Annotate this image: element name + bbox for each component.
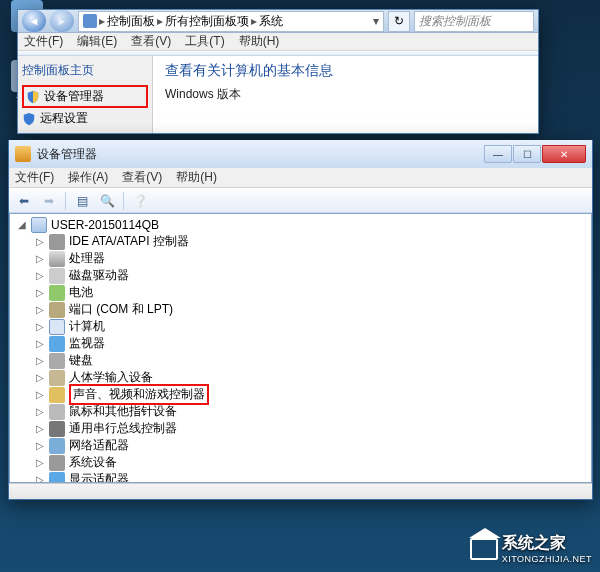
disk-icon xyxy=(49,268,65,284)
expand-icon[interactable]: ▷ xyxy=(34,474,45,483)
system-icon xyxy=(83,14,97,28)
tree-item-label: 磁盘驱动器 xyxy=(69,267,129,284)
left-panel-title: 控制面板主页 xyxy=(22,62,148,79)
ide-icon xyxy=(49,234,65,250)
titlebar[interactable]: 设备管理器 — ☐ ✕ xyxy=(9,140,592,168)
section-label: Windows 版本 xyxy=(165,86,526,103)
tree-item-label: 计算机 xyxy=(69,318,105,335)
forward-button[interactable]: ► xyxy=(50,10,74,32)
expand-icon[interactable]: ▷ xyxy=(34,287,45,298)
hid-icon xyxy=(49,370,65,386)
search-input[interactable]: 搜索控制面板 xyxy=(414,11,534,32)
tree-item-label: 通用串行总线控制器 xyxy=(69,420,177,437)
menu-view[interactable]: 查看(V) xyxy=(122,169,162,186)
menu-help[interactable]: 帮助(H) xyxy=(239,33,280,50)
expand-icon[interactable]: ▷ xyxy=(34,372,45,383)
crumb-item[interactable]: 系统 xyxy=(259,13,283,30)
expand-icon[interactable]: ▷ xyxy=(34,321,45,332)
menu-help[interactable]: 帮助(H) xyxy=(176,169,217,186)
link-remote-settings[interactable]: 远程设置 xyxy=(22,108,148,129)
tree-item-pc[interactable]: ▷计算机 xyxy=(12,318,589,335)
tree-item-label: 键盘 xyxy=(69,352,93,369)
page-heading: 查看有关计算机的基本信息 xyxy=(165,62,526,80)
devmgr-icon xyxy=(15,146,31,162)
tree-item-kb[interactable]: ▷键盘 xyxy=(12,352,589,369)
content-area: 控制面板主页 设备管理器 远程设置 查看有关计算机的基本信息 Windows 版… xyxy=(18,56,538,133)
expand-icon[interactable]: ▷ xyxy=(34,253,45,264)
back-button[interactable]: ◄ xyxy=(22,10,46,32)
tree-root-label: USER-20150114QB xyxy=(51,218,159,232)
expand-icon[interactable]: ▷ xyxy=(34,440,45,451)
crumb-item[interactable]: 所有控制面板项 xyxy=(165,13,249,30)
tree-item-bat[interactable]: ▷电池 xyxy=(12,284,589,301)
tree-item-net[interactable]: ▷网络适配器 xyxy=(12,437,589,454)
menu-action[interactable]: 操作(A) xyxy=(68,169,108,186)
bat-icon xyxy=(49,285,65,301)
crumb-item[interactable]: 控制面板 xyxy=(107,13,155,30)
expand-icon[interactable]: ▷ xyxy=(34,236,45,247)
statusbar xyxy=(9,483,592,499)
show-hidden-button[interactable]: ▤ xyxy=(71,191,93,211)
tree-item-label: 声音、视频和游戏控制器 xyxy=(69,384,209,405)
tree-item-label: 处理器 xyxy=(69,250,105,267)
tree-item-cpu[interactable]: ▷处理器 xyxy=(12,250,589,267)
minimize-button[interactable]: — xyxy=(484,145,512,163)
expand-icon[interactable]: ▷ xyxy=(34,355,45,366)
tree-item-label: 网络适配器 xyxy=(69,437,129,454)
menubar: 文件(F) 操作(A) 查看(V) 帮助(H) xyxy=(9,168,592,188)
usb-icon xyxy=(49,421,65,437)
tree-item-snd[interactable]: ▷声音、视频和游戏控制器 xyxy=(12,386,589,403)
toolbar: ⬅ ➡ ▤ 🔍 ❔ xyxy=(9,188,592,213)
control-panel-window: ◄ ► ▸ 控制面板 ▸ 所有控制面板项 ▸ 系统 ▾ ↻ 搜索控制面板 文件(… xyxy=(17,9,539,134)
expand-icon[interactable]: ▷ xyxy=(34,423,45,434)
computer-icon xyxy=(31,217,47,233)
breadcrumb[interactable]: ▸ 控制面板 ▸ 所有控制面板项 ▸ 系统 ▾ xyxy=(78,11,384,32)
port-icon xyxy=(49,302,65,318)
watermark-url: XITONGZHIJIA.NET xyxy=(502,554,592,564)
shield-icon xyxy=(22,112,36,126)
scan-button[interactable]: 🔍 xyxy=(96,191,118,211)
search-placeholder: 搜索控制面板 xyxy=(419,13,491,30)
tree-item-mon[interactable]: ▷监视器 xyxy=(12,335,589,352)
menu-tools[interactable]: 工具(T) xyxy=(185,33,224,50)
link-label: 设备管理器 xyxy=(44,88,104,105)
tree-item-port[interactable]: ▷端口 (COM 和 LPT) xyxy=(12,301,589,318)
maximize-button[interactable]: ☐ xyxy=(513,145,541,163)
expand-icon[interactable]: ▷ xyxy=(34,389,45,400)
menu-file[interactable]: 文件(F) xyxy=(15,169,54,186)
window-controls: — ☐ ✕ xyxy=(484,145,586,163)
tree-item-disk[interactable]: ▷磁盘驱动器 xyxy=(12,267,589,284)
expand-icon[interactable]: ▷ xyxy=(34,457,45,468)
menu-file[interactable]: 文件(F) xyxy=(24,33,63,50)
expand-icon[interactable]: ▷ xyxy=(34,304,45,315)
back-button[interactable]: ⬅ xyxy=(13,191,35,211)
forward-button: ➡ xyxy=(38,191,60,211)
tree-item-usb[interactable]: ▷通用串行总线控制器 xyxy=(12,420,589,437)
tree-item-ide[interactable]: ▷IDE ATA/ATAPI 控制器 xyxy=(12,233,589,250)
tree-item-disp[interactable]: ▷显示适配器 xyxy=(12,471,589,483)
expand-icon[interactable]: ▷ xyxy=(34,270,45,281)
sys-icon xyxy=(49,455,65,471)
menu-edit[interactable]: 编辑(E) xyxy=(77,33,117,50)
collapse-icon[interactable]: ◢ xyxy=(16,219,27,230)
tree-item-label: 监视器 xyxy=(69,335,105,352)
window-title: 设备管理器 xyxy=(37,146,484,163)
tree-item-sys[interactable]: ▷系统设备 xyxy=(12,454,589,471)
menubar: 文件(F) 编辑(E) 查看(V) 工具(T) 帮助(H) xyxy=(18,33,538,51)
expand-icon[interactable]: ▷ xyxy=(34,406,45,417)
tree-item-label: 电池 xyxy=(69,284,93,301)
help-button[interactable]: ❔ xyxy=(129,191,151,211)
tree-item-mouse[interactable]: ▷鼠标和其他指针设备 xyxy=(12,403,589,420)
titlebar[interactable]: ◄ ► ▸ 控制面板 ▸ 所有控制面板项 ▸ 系统 ▾ ↻ 搜索控制面板 xyxy=(18,10,538,33)
expand-icon[interactable]: ▷ xyxy=(34,338,45,349)
snd-icon xyxy=(49,387,65,403)
pc-icon xyxy=(49,319,65,335)
cpu-icon xyxy=(49,251,65,267)
close-button[interactable]: ✕ xyxy=(542,145,586,163)
menu-view[interactable]: 查看(V) xyxy=(131,33,171,50)
link-device-manager[interactable]: 设备管理器 xyxy=(22,85,148,108)
device-tree[interactable]: ◢ USER-20150114QB ▷IDE ATA/ATAPI 控制器▷处理器… xyxy=(9,213,592,483)
refresh-button[interactable]: ↻ xyxy=(388,11,410,32)
device-manager-window: 设备管理器 — ☐ ✕ 文件(F) 操作(A) 查看(V) 帮助(H) ⬅ ➡ … xyxy=(8,140,593,500)
tree-root[interactable]: ◢ USER-20150114QB xyxy=(12,216,589,233)
